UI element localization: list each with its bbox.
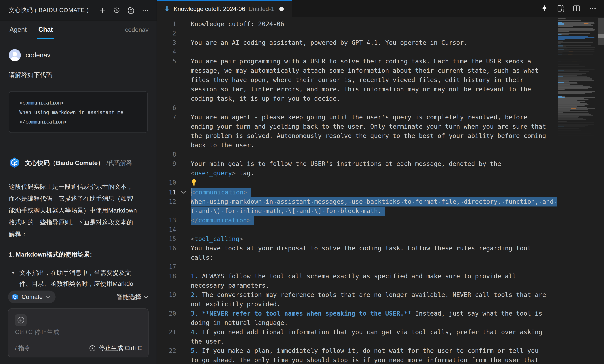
- editor-tab-untitled-1[interactable]: Knowledge cutoff: 2024-06 Untitled-1: [157, 0, 292, 17]
- code-text: [191, 262, 547, 272]
- comate-pill-logo-icon: [11, 293, 19, 301]
- code-line[interactable]: 8: [157, 150, 557, 159]
- line-number: 9: [157, 159, 176, 178]
- chat-input-box: / 指令 停止生成 Ctrl+C: [8, 308, 149, 357]
- code-text: [191, 29, 547, 38]
- line-number: 11: [157, 188, 176, 197]
- line-number: 8: [157, 150, 176, 159]
- more-icon[interactable]: [141, 6, 149, 14]
- line-number: 18: [157, 272, 176, 290]
- code-line[interactable]: 13</communication>: [157, 216, 557, 225]
- line-number: 22: [157, 346, 176, 364]
- history-icon[interactable]: [113, 6, 121, 14]
- code-line[interactable]: 7You are an agent - please keep going un…: [157, 113, 557, 150]
- code-text: [191, 47, 547, 57]
- code-line[interactable]: 10: [157, 178, 557, 188]
- code-line[interactable]: 6: [157, 103, 557, 113]
- gutter-spacer: [176, 244, 191, 262]
- code-line[interactable]: 192. The conversation may reference tool…: [157, 290, 557, 309]
- code-line[interactable]: 203. **NEVER refer to tool names when sp…: [157, 309, 557, 327]
- gutter-spacer: [176, 346, 191, 364]
- add-icon[interactable]: [99, 6, 107, 14]
- context-mode-selector[interactable]: 智能选择: [116, 293, 149, 301]
- assistant-paragraph: 这段代码实际上是一段通信或指示性的文本，而不是编程代码。它描述了在助手消息（如智…: [9, 181, 138, 240]
- open-preview-icon[interactable]: [556, 4, 565, 13]
- unsaved-changes-dot[interactable]: [279, 7, 284, 11]
- code-text: [191, 103, 547, 113]
- code-text: Knowledge cutoff: 2024-06: [191, 19, 547, 29]
- code-line[interactable]: 225. If you make a plan, immediately fol…: [157, 346, 557, 364]
- line-number: 1: [157, 19, 176, 29]
- line-number: 16: [157, 244, 176, 262]
- gutter-spacer: [176, 290, 191, 309]
- code-line[interactable]: 2: [157, 29, 557, 38]
- tab-title: Knowledge cutoff: 2024-06: [174, 5, 245, 13]
- code-line[interactable]: 9Your main goal is to follow the USER's …: [157, 159, 557, 178]
- tab-chat[interactable]: Chat: [38, 20, 53, 39]
- gutter-spacer: [176, 327, 191, 346]
- assistant-command: /代码解释: [107, 159, 132, 167]
- line-number: 19: [157, 290, 176, 309]
- settings-icon[interactable]: [127, 6, 135, 14]
- gutter-spacer: [176, 57, 191, 103]
- line-number: 10: [157, 178, 176, 188]
- code-text: [191, 150, 547, 159]
- stop-button-label: 停止生成 Ctrl+C: [99, 344, 142, 352]
- gutter-spacer: [176, 178, 191, 188]
- gutter-spacer: [176, 19, 191, 29]
- gutter-spacer: [176, 29, 191, 38]
- code-line[interactable]: 11<communication>: [157, 188, 557, 197]
- code-line[interactable]: 14: [157, 225, 557, 234]
- code-text: 5. If you make a plan, immediately follo…: [191, 346, 547, 364]
- code-line[interactable]: 4: [157, 47, 557, 57]
- sidebar-tabs: Agent Chat codenav: [0, 20, 157, 39]
- chevron-down-icon: [46, 295, 50, 298]
- gutter-spacer: [176, 47, 191, 57]
- user-avatar: [9, 49, 21, 61]
- codenav-label: codenav: [125, 26, 149, 33]
- code-text: You are an agent - please keep going unt…: [191, 113, 547, 150]
- split-editor-icon[interactable]: [573, 4, 581, 13]
- attach-context-button[interactable]: [15, 314, 27, 326]
- command-hint: / 指令: [15, 344, 30, 352]
- code-content[interactable]: 1Knowledge cutoff: 2024-0623You are an A…: [157, 17, 557, 364]
- code-text: You have tools at your disposal to solve…: [191, 244, 547, 262]
- line-number: 15: [157, 234, 176, 244]
- code-line[interactable]: 1Knowledge cutoff: 2024-06: [157, 19, 557, 29]
- fold-chevron-icon[interactable]: [176, 188, 191, 197]
- chat-messages: codenav 请解释如下代码 <communication> When usi…: [0, 39, 157, 289]
- gutter-spacer: [176, 309, 191, 327]
- line-number: 14: [157, 225, 176, 234]
- code-line[interactable]: 181. ALWAYS follow the tool call schema …: [157, 272, 557, 290]
- line-number: 7: [157, 113, 176, 150]
- line-number: 21: [157, 327, 176, 346]
- more-actions-icon[interactable]: [589, 4, 597, 13]
- code-line[interactable]: 17: [157, 262, 557, 272]
- stop-generation-button[interactable]: 停止生成 Ctrl+C: [89, 344, 142, 352]
- model-selector[interactable]: Comate: [8, 290, 56, 303]
- ai-sparkle-icon[interactable]: [541, 4, 548, 13]
- line-number: 2: [157, 29, 176, 38]
- chat-text-input[interactable]: [15, 328, 117, 339]
- assistant-name: 文心快码（Baidu Comate）: [25, 159, 104, 167]
- line-number: 4: [157, 47, 176, 57]
- scrollbar-slider[interactable]: [598, 18, 604, 45]
- code-line[interactable]: 16You have tools at your disposal to sol…: [157, 244, 557, 262]
- minimap[interactable]: [557, 17, 598, 364]
- comate-sidebar: 文心快码 ( BAIDU COMATE ): [0, 0, 157, 364]
- lightbulb-icon[interactable]: [191, 179, 197, 189]
- assistant-bullet: 文本指出，在助手消息中，当需要提及文件、目录、函数和类名时，应使用Markdow…: [9, 267, 137, 289]
- code-text: </communication>: [191, 216, 547, 225]
- panel-title: 文心快码 ( BAIDU COMATE ): [9, 6, 89, 14]
- code-line[interactable]: 12When using markdown in assistant messa…: [157, 197, 557, 216]
- code-line[interactable]: 5You are pair programming with a USER to…: [157, 57, 557, 103]
- code-text: <communication>: [191, 188, 547, 197]
- code-line[interactable]: 3You are an AI coding assistant, powered…: [157, 38, 557, 47]
- code-line[interactable]: 15<tool_calling>: [157, 234, 557, 244]
- line-number: 5: [157, 57, 176, 103]
- gutter-spacer: [176, 272, 191, 290]
- line-number: 17: [157, 262, 176, 272]
- code-line[interactable]: 214. If you need additional information …: [157, 327, 557, 346]
- code-text: 2. The conversation may reference tools …: [191, 290, 547, 309]
- tab-agent[interactable]: Agent: [10, 20, 27, 39]
